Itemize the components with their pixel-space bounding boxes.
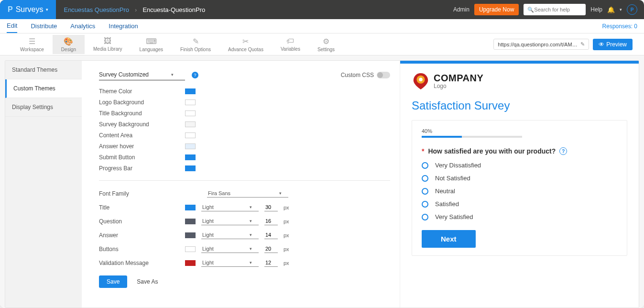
unit-label: px [284, 232, 289, 238]
responses-count[interactable]: Responses: 0 [602, 23, 637, 30]
tool-workspace[interactable]: ☰Workspace [11, 35, 53, 54]
svg-point-1 [419, 77, 423, 81]
color-swatch[interactable] [185, 88, 196, 94]
help-icon[interactable]: ? [192, 72, 198, 78]
eye-icon: 👁 [599, 41, 604, 48]
breadcrumb: Encuestas QuestionPro › Encuesta-Questio… [56, 6, 453, 13]
unit-label: px [284, 219, 289, 224]
tool-label: Variables [281, 46, 300, 52]
typo-color-swatch[interactable] [185, 219, 196, 224]
typography-row: Validation Message Light▾ px [99, 259, 390, 267]
custom-css-toggle[interactable] [377, 72, 390, 78]
breadcrumb-parent[interactable]: Encuestas QuestionPro [64, 6, 129, 13]
tool-advance-quotas[interactable]: ✂Advance Quotas [219, 35, 272, 54]
notifications-icon[interactable]: 🔔 [607, 6, 615, 13]
chevron-down-icon: ▾ [171, 72, 174, 77]
typo-color-swatch[interactable] [185, 205, 196, 210]
toolbar: ☰Workspace 🎨Design 🖼Media Library ⌨Langu… [0, 33, 644, 55]
search-help-box[interactable]: 🔍 [524, 4, 586, 15]
finish-icon: ✎ [193, 37, 199, 46]
tool-settings[interactable]: ⚙Settings [309, 35, 343, 54]
font-size-input[interactable] [264, 259, 278, 267]
survey-url-box[interactable]: https://qa.questionpro.com/t/AMSm7Zcz6 ✎ [493, 39, 589, 50]
variables-icon: 🏷 [286, 37, 294, 45]
company-name: COMPANY [434, 73, 483, 83]
company-logo: COMPANY Logo [412, 72, 627, 90]
color-swatch[interactable] [185, 154, 196, 160]
notifications-chevron-icon: ▾ [620, 7, 622, 12]
next-button[interactable]: Next [422, 230, 476, 248]
answer-option[interactable]: Not Satisfied [422, 175, 617, 182]
avatar[interactable]: P [627, 4, 637, 15]
answer-option[interactable]: Neutral [422, 187, 617, 195]
answer-option[interactable]: Very Satisfied [422, 213, 617, 220]
tool-design[interactable]: 🎨Design [53, 35, 85, 54]
radio-icon [422, 162, 428, 169]
color-swatch[interactable] [185, 110, 196, 116]
sidebar-item-display-settings[interactable]: Display Settings [5, 98, 82, 117]
tool-finish-options[interactable]: ✎Finish Options [172, 35, 219, 54]
font-size-input[interactable] [264, 217, 278, 225]
tool-label: Workspace [20, 47, 44, 52]
unit-label: px [284, 260, 289, 266]
gear-icon: ⚙ [323, 37, 329, 46]
design-sidebar: Standard Themes Custom Themes Display Se… [5, 61, 82, 308]
progress-bar [422, 136, 522, 138]
breadcrumb-current: Encuesta-QuestionPro [142, 6, 205, 13]
surveys-dropdown[interactable]: P Surveys ▾ [0, 0, 56, 19]
help-link[interactable]: Help [590, 6, 602, 13]
font-family-select[interactable]: Fira Sans ▾ [207, 189, 288, 198]
font-weight-select[interactable]: Light▾ [201, 231, 259, 239]
typo-color-swatch[interactable] [185, 246, 196, 252]
color-label: Title Background [99, 110, 185, 117]
tool-languages[interactable]: ⌨Languages [131, 35, 172, 54]
answer-option[interactable]: Satisfied [422, 200, 617, 208]
font-weight-select[interactable]: Light▾ [201, 203, 259, 211]
preview-button[interactable]: 👁 Preview [593, 39, 633, 50]
tab-edit[interactable]: Edit [7, 19, 17, 33]
color-swatch[interactable] [185, 121, 196, 127]
question-help-icon[interactable]: ? [559, 147, 567, 155]
theme-controls: Survey Customized ▾ ? Custom CSS Theme C… [82, 61, 400, 308]
theme-select[interactable]: Survey Customized ▾ [99, 69, 185, 80]
survey-preview: COMPANY Logo Satisfaction Survey 40% * H… [400, 61, 639, 308]
font-weight-select[interactable]: Light▾ [201, 245, 259, 253]
save-as-button[interactable]: Save As [137, 278, 158, 285]
search-input[interactable] [534, 7, 582, 12]
font-size-input[interactable] [264, 203, 278, 211]
custom-css-label: Custom CSS [341, 72, 374, 78]
typo-color-swatch[interactable] [185, 260, 196, 266]
option-label: Neutral [435, 187, 455, 195]
option-label: Satisfied [435, 200, 459, 208]
font-size-input[interactable] [264, 245, 278, 253]
tool-label: Finish Options [180, 47, 211, 52]
tab-distribute[interactable]: Distribute [31, 20, 57, 33]
save-button[interactable]: Save [99, 275, 127, 288]
tool-media-library[interactable]: 🖼Media Library [85, 35, 131, 54]
font-weight-select[interactable]: Light▾ [201, 259, 259, 267]
tool-variables[interactable]: 🏷Variables [272, 35, 309, 54]
font-size-input[interactable] [264, 231, 278, 239]
font-weight-value: Light [202, 204, 214, 210]
answer-option[interactable]: Very Dissatisfied [422, 162, 617, 169]
color-swatch[interactable] [185, 165, 196, 171]
edit-url-icon[interactable]: ✎ [580, 41, 585, 47]
font-weight-value: Light [202, 232, 214, 238]
color-label: Logo Background [99, 99, 185, 106]
chevron-down-icon: ▾ [250, 205, 252, 209]
font-weight-value: Light [202, 246, 214, 252]
tab-integration[interactable]: Integration [109, 20, 138, 33]
font-weight-select[interactable]: Light▾ [201, 217, 259, 225]
sidebar-item-custom-themes[interactable]: Custom Themes [5, 79, 82, 98]
color-label: Survey Background [99, 121, 185, 128]
color-swatch[interactable] [185, 132, 196, 138]
sidebar-item-standard-themes[interactable]: Standard Themes [5, 61, 82, 79]
color-swatch[interactable] [185, 143, 196, 149]
upgrade-button[interactable]: Upgrade Now [474, 4, 519, 15]
admin-label[interactable]: Admin [453, 6, 469, 13]
unit-label: px [284, 205, 289, 210]
color-swatch[interactable] [185, 99, 196, 105]
option-label: Very Satisfied [435, 213, 473, 220]
typo-color-swatch[interactable] [185, 232, 196, 238]
tab-analytics[interactable]: Analytics [70, 20, 95, 33]
